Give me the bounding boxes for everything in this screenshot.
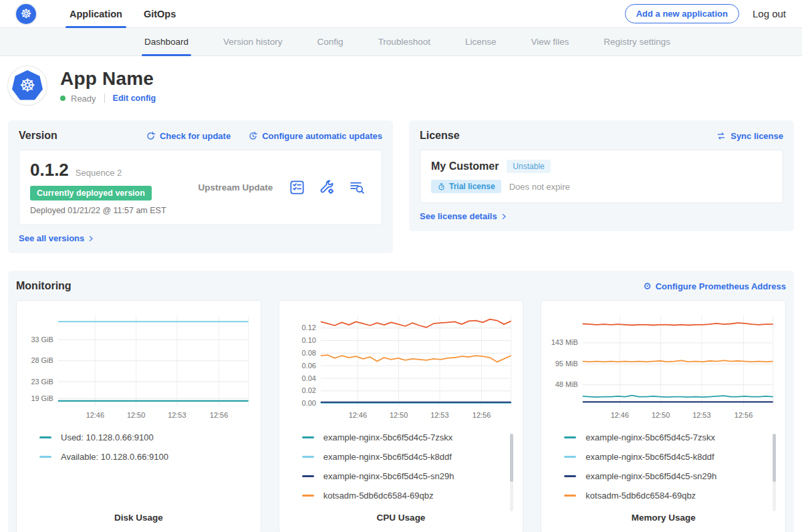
sync-arrows-icon xyxy=(716,131,726,141)
legend-item: kotsadm-5db6dc6584-69qbz xyxy=(564,491,779,501)
chevron-right-icon xyxy=(501,213,507,221)
svg-text:33 GiB: 33 GiB xyxy=(31,336,53,344)
divider xyxy=(104,94,105,103)
chevron-right-icon xyxy=(88,235,94,243)
legend-scrollbar[interactable] xyxy=(773,434,776,511)
legend-label: Available: 10.128.0.66:9100 xyxy=(61,452,168,462)
sync-license-link[interactable]: Sync license xyxy=(716,131,783,141)
legend-item: example-nginx-5bc6f5d4c5-k8ddf xyxy=(564,452,779,462)
legend-dash xyxy=(564,495,576,497)
app-status-text: Ready xyxy=(71,94,96,104)
svg-text:12:53: 12:53 xyxy=(168,411,186,419)
preflight-checks-icon[interactable] xyxy=(289,179,305,196)
cpu-usage-chart: 0.120.100.080.060.040.020.0012:4612:5012… xyxy=(286,309,517,423)
top-tab-application[interactable]: Application xyxy=(59,0,133,27)
gear-icon: ⚙ xyxy=(643,281,652,291)
check-for-update-label: Check for update xyxy=(160,131,231,141)
legend-label: example-nginx-5bc6f5d4c5-k8ddf xyxy=(585,452,714,462)
svg-text:12:56: 12:56 xyxy=(210,411,228,419)
legend-label: example-nginx-5bc6f5d4c5-7zskx xyxy=(323,432,453,442)
legend-dash xyxy=(302,436,314,438)
legend-item: example-nginx-5bc6f5d4c5-k8ddf xyxy=(302,452,517,462)
svg-text:12:56: 12:56 xyxy=(473,411,491,419)
legend-dash xyxy=(39,436,51,438)
sync-license-label: Sync license xyxy=(730,131,783,141)
legend-label: example-nginx-5bc6f5d4c5-sn29h xyxy=(585,471,716,481)
deploy-logs-icon[interactable] xyxy=(349,179,366,196)
subnav-tab-license[interactable]: License xyxy=(448,28,514,55)
svg-text:0.12: 0.12 xyxy=(301,323,315,331)
chart-title: Memory Usage xyxy=(548,513,779,527)
series-line xyxy=(583,360,773,362)
subnav-tab-registry-settings[interactable]: Registry settings xyxy=(586,28,688,55)
chart-title: CPU Usage xyxy=(286,513,517,527)
legend-item: Available: 10.128.0.66:9100 xyxy=(39,452,254,462)
legend-label: example-nginx-5bc6f5d4c5-7zskx xyxy=(585,432,715,442)
update-type-label: Upstream Update xyxy=(198,182,289,192)
deployed-timestamp: Deployed 01/21/22 @ 11:57 am EST xyxy=(30,206,166,215)
svg-text:12:46: 12:46 xyxy=(86,411,104,419)
svg-text:12:53: 12:53 xyxy=(430,411,448,419)
legend-dash xyxy=(564,436,576,438)
configure-auto-updates-link[interactable]: Configure automatic updates xyxy=(248,131,382,141)
legend-scrollbar-thumb[interactable] xyxy=(773,434,776,482)
legend-dash xyxy=(302,475,314,477)
svg-text:0.00: 0.00 xyxy=(301,399,315,407)
subnav-tab-troubleshoot[interactable]: Troubleshoot xyxy=(361,28,448,55)
svg-text:12:50: 12:50 xyxy=(652,411,670,419)
legend-label: example-nginx-5bc6f5d4c5-sn29h xyxy=(323,471,454,481)
see-license-details-label: See license details xyxy=(420,211,497,221)
check-for-update-link[interactable]: Check for update xyxy=(146,131,231,141)
svg-text:12:53: 12:53 xyxy=(693,411,711,419)
legend-item: kotsadm-5db6dc6584-69qbz xyxy=(302,491,517,501)
subnav-tab-dashboard[interactable]: Dashboard xyxy=(127,28,206,55)
svg-text:12:50: 12:50 xyxy=(127,411,145,419)
disk-usage-legend: Used: 10.128.0.66:9100Available: 10.128.… xyxy=(23,432,254,513)
legend-item: example-nginx-5bc6f5d4c5-sn29h xyxy=(564,471,779,481)
legend-label: kotsadm-5db6dc6584-69qbz xyxy=(323,491,434,501)
cpu-usage-legend: example-nginx-5bc6f5d4c5-7zskxexample-ng… xyxy=(286,432,517,513)
top-nav: ☸ ApplicationGitOps Add a new applicatio… xyxy=(0,0,802,28)
legend-scrollbar-thumb[interactable] xyxy=(510,434,513,482)
see-all-versions-link[interactable]: See all versions xyxy=(19,233,94,243)
version-number: 0.1.2 xyxy=(30,160,69,180)
app-title: App Name xyxy=(60,68,156,90)
see-license-details-link[interactable]: See license details xyxy=(420,211,507,221)
license-card: License Sync license My Customer Unstabl… xyxy=(409,120,794,231)
svg-text:0.02: 0.02 xyxy=(301,386,315,394)
chart-title: Disk Usage xyxy=(23,513,254,527)
add-application-button[interactable]: Add a new application xyxy=(625,4,739,23)
kubernetes-wheel-icon: ☸ xyxy=(12,70,43,101)
see-all-versions-label: See all versions xyxy=(19,233,84,243)
memory-usage-chart: 143 MiB95 MiB48 MiB12:4612:5012:5312:56 xyxy=(548,309,779,423)
kubernetes-logo-icon: ☸ xyxy=(16,4,36,24)
legend-item: Used: 10.128.0.66:9100 xyxy=(39,432,254,442)
customer-name: My Customer xyxy=(431,160,499,172)
svg-text:0.06: 0.06 xyxy=(301,362,315,370)
series-line xyxy=(583,396,773,398)
legend-scrollbar[interactable] xyxy=(510,434,513,511)
memory-usage-panel: 143 MiB95 MiB48 MiB12:4612:5012:5312:56 … xyxy=(541,300,786,532)
subnav-tab-view-files[interactable]: View files xyxy=(513,28,586,55)
trial-license-badge: Trial license xyxy=(431,180,501,193)
edit-config-link[interactable]: Edit config xyxy=(113,94,156,103)
svg-text:28 GiB: 28 GiB xyxy=(31,356,53,364)
configure-prometheus-link[interactable]: ⚙ Configure Prometheus Address xyxy=(643,281,786,291)
svg-text:0.04: 0.04 xyxy=(301,374,315,382)
svg-text:12:46: 12:46 xyxy=(611,411,629,419)
top-tab-gitops[interactable]: GitOps xyxy=(133,0,186,27)
top-nav-tabs: ApplicationGitOps xyxy=(59,0,186,27)
legend-dash xyxy=(39,456,51,458)
svg-text:0.10: 0.10 xyxy=(301,336,315,344)
disk-usage-panel: 33 GiB28 GiB23 GiB19 GiB12:4612:5012:531… xyxy=(16,300,261,532)
legend-item: example-nginx-5bc6f5d4c5-sn29h xyxy=(302,471,517,481)
logout-link[interactable]: Log out xyxy=(753,8,786,19)
subnav-tab-version-history[interactable]: Version history xyxy=(206,28,300,55)
sequence-label: Sequence 2 xyxy=(76,168,122,178)
legend-dash xyxy=(302,456,314,458)
edit-config-wrench-icon[interactable] xyxy=(319,179,336,196)
legend-dash xyxy=(302,495,314,497)
svg-text:23 GiB: 23 GiB xyxy=(31,378,53,386)
subnav-tab-config[interactable]: Config xyxy=(300,28,361,55)
configure-auto-updates-label: Configure automatic updates xyxy=(262,131,382,141)
